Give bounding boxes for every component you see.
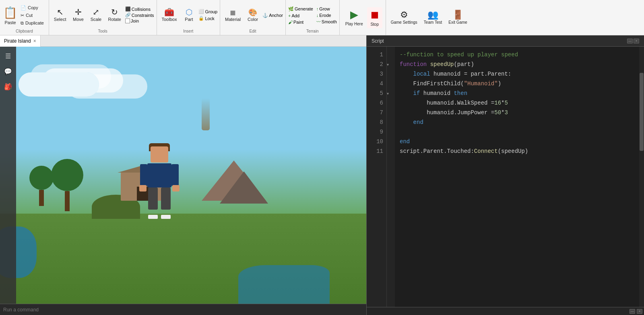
collisions-button[interactable]: ⬛ Collisions bbox=[125, 6, 154, 12]
group-button[interactable]: ⬜ Group bbox=[198, 9, 217, 14]
game-settings-button[interactable]: ⚙ Game Settings bbox=[388, 9, 420, 27]
tree-top-2 bbox=[51, 159, 83, 191]
play-here-button[interactable]: ▶ Play Here bbox=[343, 7, 365, 28]
join-button[interactable]: Join bbox=[125, 19, 154, 23]
smooth-button[interactable]: 〰 Smooth bbox=[316, 19, 337, 24]
script-panel: Script — × 1 2 3 4 5 6 7 8 9 10 11 bbox=[366, 35, 644, 315]
toolbox-button[interactable]: 🧰 Toolbox bbox=[159, 6, 180, 23]
tools-label: Tools bbox=[52, 29, 154, 33]
code-connect: Connect bbox=[474, 146, 498, 156]
script-scrollbar[interactable] bbox=[639, 47, 644, 307]
char-right-hand bbox=[172, 185, 180, 191]
game-settings-icon: ⚙ bbox=[400, 10, 408, 19]
tools-section: ↖ Select ✛ Move ⤢ Scale ↻ Rotate ⬛ Colli… bbox=[49, 0, 157, 35]
lock-icon: 🔒 bbox=[198, 16, 204, 21]
grow-icon: ↑ bbox=[316, 6, 319, 11]
move-icon: ✛ bbox=[75, 8, 82, 16]
code-kw-end-2: end bbox=[400, 137, 410, 146]
code-empty-9 bbox=[400, 127, 403, 137]
fold-4 bbox=[387, 79, 395, 89]
pirate-island-tab[interactable]: Pirate Island × bbox=[0, 35, 41, 47]
stop-icon: ⏹ bbox=[369, 9, 380, 21]
main-area: Pirate Island × bbox=[0, 35, 644, 315]
code-line-6: humanoid.WalkSpeed = 16 * 5 bbox=[400, 98, 639, 108]
generate-icon: 🌿 bbox=[288, 6, 294, 12]
code-line-9 bbox=[400, 127, 639, 137]
script-close-button[interactable]: × bbox=[634, 39, 639, 43]
viewport[interactable]: ☰ 💬 🎒 bbox=[0, 47, 366, 304]
viewport-backpack-icon[interactable]: 🎒 bbox=[2, 80, 14, 93]
anchor-icon: ⚓ bbox=[262, 13, 268, 18]
line-num-4: 4 bbox=[367, 79, 386, 89]
stop-button[interactable]: ⏹ Stop bbox=[367, 7, 382, 28]
join-checkbox[interactable] bbox=[125, 19, 130, 23]
fold-2[interactable]: ▾ bbox=[387, 60, 395, 69]
tree-1 bbox=[29, 174, 54, 206]
viewport-menu-icon[interactable]: ☰ bbox=[2, 50, 14, 62]
grow-button[interactable]: ↑ Grow bbox=[316, 6, 337, 11]
fold-5[interactable]: ▾ bbox=[387, 89, 395, 98]
script-scrollbar-thumb[interactable] bbox=[640, 73, 644, 151]
fold-arrow-5[interactable]: ▾ bbox=[387, 91, 389, 96]
paint-terrain-button[interactable]: 🖌 Paint bbox=[288, 20, 313, 25]
edit-label: Edit bbox=[223, 29, 283, 33]
scale-button[interactable]: ⤢ Scale bbox=[88, 6, 104, 23]
script-bottom-close[interactable]: × bbox=[637, 309, 642, 314]
move-button[interactable]: ✛ Move bbox=[70, 6, 86, 23]
code-line-1: --function to speed up player speed bbox=[400, 50, 639, 60]
code-editor[interactable]: --function to speed up player speed func… bbox=[395, 47, 644, 307]
color-button[interactable]: 🎨 Color bbox=[245, 7, 261, 23]
line-num-6: 6 bbox=[367, 98, 386, 108]
script-bottom-bar: — × bbox=[367, 307, 644, 315]
code-local-var: humanoid = part.Parent: bbox=[433, 69, 511, 79]
cut-icon: ✂ bbox=[21, 13, 24, 18]
fold-arrow-2[interactable]: ▾ bbox=[387, 62, 389, 67]
insert-section: 🧰 Toolbox ⬡ Part ⬜ Group 🔒 Lock Insert bbox=[157, 0, 221, 35]
fold-8 bbox=[387, 117, 395, 127]
lock-button[interactable]: 🔒 Lock bbox=[198, 16, 217, 21]
clipboard-sub-buttons: 📄 Copy ✂ Cut ⧉ Duplicate bbox=[19, 4, 45, 27]
command-input[interactable] bbox=[3, 307, 363, 313]
code-line-4: FindFirstChild( "Humanoid" ) bbox=[400, 79, 639, 89]
constraints-button[interactable]: 🔗 Constraints bbox=[125, 12, 154, 18]
generate-button[interactable]: 🌿 Generate bbox=[288, 6, 313, 12]
paste-button[interactable]: 📋 Paste bbox=[3, 6, 17, 25]
play-section: ▶ Play Here ⏹ Stop bbox=[340, 0, 386, 35]
anchor-button[interactable]: ⚓ Anchor bbox=[262, 13, 283, 18]
script-body: 1 2 3 4 5 6 7 8 9 10 11 ▾ bbox=[367, 47, 644, 307]
material-button[interactable]: ◼ Material bbox=[223, 7, 243, 23]
code-line-11: script.Parent.Touched: Connect (speedUp) bbox=[400, 146, 639, 156]
line-num-7: 7 bbox=[367, 108, 386, 117]
constraints-icon: 🔗 bbox=[125, 12, 131, 18]
fold-arrows-column: ▾ ▾ bbox=[387, 47, 395, 307]
part-button[interactable]: ⬡ Part bbox=[181, 6, 197, 23]
line-numbers: 1 2 3 4 5 6 7 8 9 10 11 bbox=[367, 47, 387, 307]
char-right-arm bbox=[171, 164, 179, 186]
fold-6 bbox=[387, 98, 395, 108]
cut-button[interactable]: ✂ Cut bbox=[19, 12, 45, 19]
viewport-container: Pirate Island × bbox=[0, 35, 366, 315]
script-minimize-button[interactable]: — bbox=[627, 39, 633, 43]
team-test-button[interactable]: 👥 Team Test bbox=[421, 9, 444, 27]
add-terrain-button[interactable]: + Add bbox=[288, 13, 313, 18]
paint-terrain-icon: 🖌 bbox=[288, 20, 293, 25]
copy-button[interactable]: 📄 Copy bbox=[19, 4, 45, 11]
tab-close-button[interactable]: × bbox=[33, 38, 36, 44]
code-kw-if: if bbox=[413, 89, 423, 98]
erode-button[interactable]: ↓ Erode bbox=[316, 13, 337, 18]
code-fn-args: (part) bbox=[454, 60, 474, 69]
play-here-icon: ▶ bbox=[350, 8, 358, 21]
line-num-3: 3 bbox=[367, 69, 386, 79]
scale-icon: ⤢ bbox=[93, 8, 99, 16]
toolbar: 📋 Paste 📄 Copy ✂ Cut ⧉ Duplicate Clipboa… bbox=[0, 0, 644, 35]
duplicate-button[interactable]: ⧉ Duplicate bbox=[19, 20, 45, 27]
rotate-button[interactable]: ↻ Rotate bbox=[105, 6, 123, 23]
viewport-sidebar: ☰ 💬 🎒 bbox=[0, 47, 16, 304]
select-button[interactable]: ↖ Select bbox=[52, 6, 69, 23]
viewport-chat-icon[interactable]: 💬 bbox=[2, 65, 14, 77]
code-line-2: function speedUp (part) bbox=[400, 60, 639, 69]
code-walkspeed: humanoid.WalkSpeed = bbox=[427, 98, 494, 108]
script-bottom-minimize[interactable]: — bbox=[630, 309, 635, 314]
select-icon: ↖ bbox=[57, 8, 64, 16]
exit-game-button[interactable]: 🚪 Exit Game bbox=[446, 9, 470, 27]
